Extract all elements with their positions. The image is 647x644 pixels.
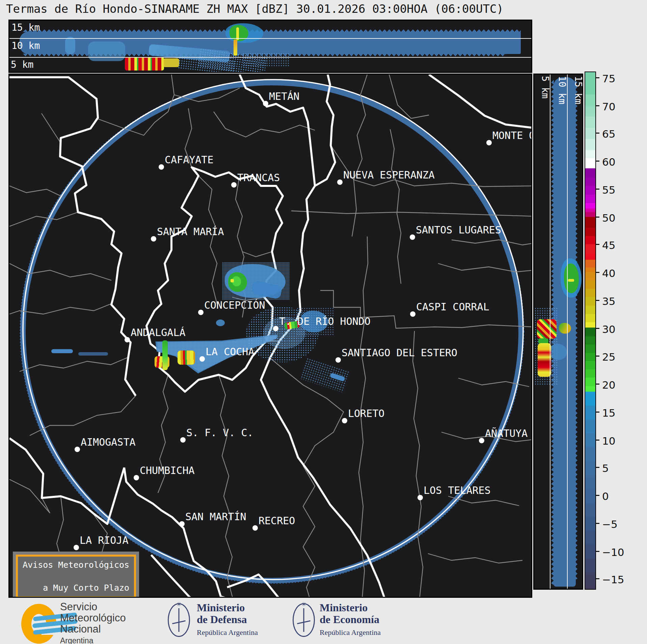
city-dot bbox=[417, 495, 423, 500]
colorbar-tick: 25 bbox=[596, 356, 599, 357]
colorbar-tick: 15 bbox=[596, 412, 599, 413]
city-dot bbox=[159, 164, 164, 170]
city-label: LA RIOJA bbox=[80, 534, 129, 546]
city-label: TRANCAS bbox=[237, 172, 280, 184]
colorbar-tick: 50 bbox=[596, 217, 599, 218]
storm-echo-low bbox=[163, 58, 179, 67]
notice-box[interactable]: Avisos Meteorológicos a Muy Corto Plazo bbox=[13, 552, 139, 598]
altitude-label-5km: 5 km bbox=[11, 59, 33, 70]
colorbar-tick: 0 bbox=[596, 495, 599, 496]
city-label: SAN MARTÍN bbox=[185, 511, 246, 523]
altitude-line-5km bbox=[9, 57, 531, 58]
smn-line4: Argentina bbox=[60, 635, 126, 644]
economia-logo-text: Ministerio de Economía República Argenti… bbox=[320, 602, 381, 638]
colorbar-tick-label: 40 bbox=[602, 267, 615, 279]
city-label: LORETO bbox=[348, 408, 384, 419]
colorbar-tick-label: −10 bbox=[602, 546, 624, 558]
economia-line1: Ministerio bbox=[320, 602, 381, 614]
city-label: LOS TELARES bbox=[424, 484, 491, 496]
colorbar-tick: −5 bbox=[596, 523, 599, 524]
city-dot bbox=[342, 418, 347, 423]
echo-band-right-teeth bbox=[575, 80, 577, 579]
colorbar-tick-label: −15 bbox=[602, 573, 624, 586]
colorbar-tick-label: 70 bbox=[602, 101, 615, 113]
dbz-colorbar bbox=[585, 72, 596, 590]
radar-echo bbox=[65, 37, 75, 54]
colorbar-tick: −10 bbox=[596, 551, 599, 552]
storm-core-streak bbox=[162, 340, 168, 370]
smn-line2: Meteorológico bbox=[60, 612, 126, 623]
storm-low-cores bbox=[537, 319, 557, 339]
colorbar-tick-label: −5 bbox=[602, 518, 618, 530]
city-dot bbox=[337, 179, 343, 185]
notice-line2: a Muy Corto Plazo bbox=[43, 583, 129, 593]
echo-dash-west bbox=[51, 349, 73, 353]
city-dot bbox=[198, 310, 204, 315]
city-label: SANTA MARÍA bbox=[157, 226, 224, 237]
colorbar-tick: 40 bbox=[596, 272, 599, 273]
city-label: RECREO bbox=[259, 515, 295, 527]
notice-line1: Avisos Meteorológicos bbox=[23, 560, 129, 570]
storm-echo-low-cores bbox=[125, 57, 164, 71]
city-label: CONCEPCIÓN bbox=[204, 299, 265, 311]
city-dot bbox=[486, 140, 492, 145]
city-label: SANTIAGO DEL ESTERO bbox=[342, 347, 457, 359]
smn-logo-text: Servicio Meteorológico Nacional Argentin… bbox=[60, 601, 126, 644]
colorbar-tick: 20 bbox=[596, 384, 599, 385]
city-dot bbox=[479, 438, 484, 443]
colorbar-tick: 70 bbox=[596, 105, 599, 106]
cross-section-right-panel: 5 km 10 km 15 km bbox=[533, 74, 583, 590]
radar-echo-speckle bbox=[242, 53, 290, 66]
storm-echo-core bbox=[564, 263, 579, 293]
economia-line2: de Economía bbox=[320, 614, 381, 625]
colorbar-tick: 60 bbox=[596, 161, 599, 162]
echo-dash-west2 bbox=[78, 352, 108, 356]
defensa-logo-text: Ministerio de Defensa República Argentin… bbox=[197, 602, 258, 638]
city-dot bbox=[125, 337, 130, 342]
altitude-label-15km: 15 km bbox=[11, 22, 40, 33]
city-dot bbox=[199, 356, 205, 362]
smn-line1: Servicio bbox=[60, 601, 126, 612]
storm-echo-column bbox=[234, 39, 237, 56]
colorbar-tick: 75 bbox=[596, 77, 599, 78]
city-dot bbox=[252, 525, 258, 531]
defensa-subtitle: República Argentina bbox=[197, 626, 258, 638]
city-dot bbox=[151, 236, 156, 242]
city-label: METÁN bbox=[269, 90, 299, 102]
city-label: ANDALGALÁ bbox=[131, 327, 186, 338]
colorbar-tick-label: 55 bbox=[602, 184, 615, 196]
echo-soft-blob bbox=[549, 344, 567, 360]
city-dot bbox=[273, 326, 278, 331]
city-label: AÑATUYA bbox=[485, 427, 528, 439]
colorbar-tick-label: 15 bbox=[602, 407, 615, 419]
colorbar-tick-label: 50 bbox=[602, 212, 615, 224]
colorbar-tick-label: 20 bbox=[602, 379, 615, 391]
cross-section-top-panel: 15 km 10 km 5 km bbox=[8, 20, 532, 73]
city-dot bbox=[410, 311, 415, 317]
colorbar-tick-label: 45 bbox=[602, 239, 615, 251]
colorbar-tick-label: 65 bbox=[602, 128, 615, 140]
economia-coat-of-arms-icon: ☀ bbox=[293, 603, 315, 637]
storm-echo-max bbox=[568, 279, 574, 282]
altitude-label-10km: 10 km bbox=[557, 76, 568, 104]
city-label: S. F. V. C. bbox=[186, 427, 253, 439]
sun-rays-icon: ☀ bbox=[301, 600, 306, 609]
city-label: SANTOS LUGARES bbox=[416, 224, 501, 236]
city-label: AIMOGASTA bbox=[81, 436, 136, 448]
city-label: CASPI CORRAL bbox=[416, 301, 489, 313]
colorbar-tick: 10 bbox=[596, 440, 599, 441]
defensa-line2: de Defensa bbox=[197, 614, 258, 625]
city-dot bbox=[335, 357, 341, 363]
city-dot bbox=[180, 437, 186, 443]
colorbar-tick: 30 bbox=[596, 328, 599, 329]
colorbar-tick-label: 0 bbox=[602, 490, 609, 502]
colorbar-tick-label: 30 bbox=[602, 323, 615, 335]
city-dot bbox=[74, 545, 79, 550]
elevated-storm-max bbox=[231, 279, 234, 282]
colorbar-tick: 5 bbox=[596, 467, 599, 468]
storm-mid-core bbox=[559, 323, 571, 334]
colorbar-tick: 65 bbox=[596, 133, 599, 134]
storm-low-column bbox=[538, 343, 551, 377]
radar-map-panel[interactable]: METÁN MONTE Q CAFAYATE TRANCAS NUEVA ESP… bbox=[8, 74, 532, 598]
colorbar-tick-label: 60 bbox=[602, 156, 615, 168]
